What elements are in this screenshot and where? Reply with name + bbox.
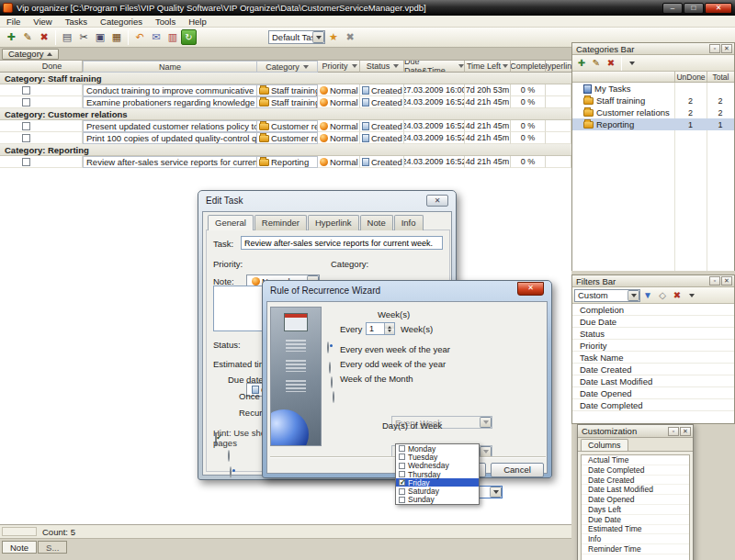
- menu-tools[interactable]: Tools: [149, 17, 182, 27]
- delete-filter-icon[interactable]: ✖: [670, 288, 684, 302]
- menu-categories[interactable]: Categories: [94, 17, 149, 27]
- close-button[interactable]: ✕: [705, 3, 732, 14]
- tab-note[interactable]: Note: [2, 541, 37, 554]
- calendar-icon[interactable]: ▥: [164, 29, 181, 46]
- cancel-button[interactable]: Cancel: [491, 463, 544, 477]
- column-header-due[interactable]: Due Date&Time: [404, 61, 465, 73]
- group-row[interactable]: Category: Staff training: [0, 73, 571, 84]
- every-n-weeks-radio[interactable]: [327, 342, 329, 353]
- paste-icon[interactable]: ▦: [108, 29, 125, 46]
- edit-category-icon[interactable]: ✎: [589, 56, 604, 70]
- day-option-monday[interactable]: Monday: [396, 444, 479, 453]
- table-row[interactable]: Present updated customer relations polic…: [0, 120, 571, 132]
- filter-item[interactable]: Due Date: [572, 316, 734, 328]
- tab-info[interactable]: Info: [394, 215, 424, 230]
- tab-reminder[interactable]: Reminder: [254, 215, 307, 230]
- filter-arrow-icon[interactable]: [303, 65, 309, 72]
- tab-hyperlink[interactable]: Hyperlink: [308, 215, 359, 230]
- day-option-saturday[interactable]: Saturday: [396, 487, 479, 495]
- filter-item[interactable]: Date Created: [572, 364, 734, 375]
- column-item[interactable]: Date Completed: [582, 465, 689, 476]
- panel-float-icon[interactable]: ▫: [709, 44, 720, 53]
- tab-partial[interactable]: S...: [38, 541, 67, 554]
- column-item[interactable]: Due Date: [582, 515, 689, 525]
- panel-close-icon[interactable]: ✕: [680, 427, 691, 436]
- filter-icon[interactable]: ▼: [640, 288, 655, 302]
- day-option-sunday[interactable]: Sunday: [396, 496, 479, 504]
- panel-close-icon[interactable]: ✕: [721, 44, 732, 53]
- combo-arrow-icon[interactable]: [312, 31, 324, 43]
- new-category-icon[interactable]: ✚: [574, 56, 589, 70]
- group-row[interactable]: Category: Customer relations: [0, 108, 571, 120]
- filter-arrow-icon[interactable]: [393, 64, 399, 71]
- tab-columns[interactable]: Columns: [581, 439, 628, 451]
- template-star-icon[interactable]: ★: [325, 29, 342, 46]
- column-header-priority[interactable]: Priority: [318, 61, 360, 73]
- erase-filter-icon[interactable]: ◇: [655, 288, 670, 302]
- column-header-complete[interactable]: Complete: [511, 61, 546, 73]
- filter-item[interactable]: Completion: [572, 304, 734, 316]
- task-input[interactable]: [241, 236, 443, 250]
- undo-icon[interactable]: ↶: [131, 29, 148, 46]
- done-checkbox[interactable]: [22, 134, 30, 142]
- filter-item[interactable]: Date Last Modified: [572, 375, 734, 387]
- done-checkbox[interactable]: [22, 86, 30, 95]
- column-item[interactable]: Date Created: [582, 476, 689, 486]
- column-header-status[interactable]: Status: [360, 61, 404, 73]
- delete-task-icon[interactable]: ✖: [36, 29, 52, 46]
- panel-float-icon[interactable]: ▫: [668, 427, 679, 436]
- day-checkbox[interactable]: [399, 479, 405, 486]
- column-header-undone[interactable]: UnDone: [674, 72, 707, 82]
- menu-view[interactable]: View: [27, 17, 58, 27]
- day-option-thursday[interactable]: Thursday: [396, 470, 479, 478]
- table-row[interactable]: Review after-sales service reports for c…: [0, 156, 571, 168]
- sync-icon[interactable]: ↻: [181, 29, 197, 45]
- category-item-customer-relations[interactable]: Customer relations 2 2: [572, 106, 734, 118]
- week-count-spinner[interactable]: 1: [366, 322, 395, 335]
- group-by-category-button[interactable]: Category: [2, 49, 59, 60]
- new-task-icon[interactable]: ✚: [3, 29, 19, 46]
- filter-arrow-icon[interactable]: [352, 64, 357, 71]
- group-row[interactable]: Category: Reporting: [0, 144, 571, 156]
- day-option-tuesday[interactable]: Tuesday: [396, 453, 479, 461]
- table-row[interactable]: Print 100 copies of updated quality-cont…: [0, 132, 571, 144]
- odd-week-radio[interactable]: [331, 376, 333, 388]
- column-item[interactable]: Estimated Time: [582, 525, 689, 535]
- column-header-done[interactable]: Done: [0, 61, 83, 73]
- column-header-total[interactable]: Total: [707, 72, 734, 82]
- column-item[interactable]: Reminder Time: [582, 544, 689, 554]
- copy-icon[interactable]: ▣: [92, 29, 108, 46]
- column-item[interactable]: Date Last Modified: [582, 485, 689, 495]
- once-radio[interactable]: [228, 450, 230, 462]
- filter-item[interactable]: Date Completed: [572, 399, 734, 411]
- edit-task-icon[interactable]: ✎: [19, 29, 36, 46]
- filters-more-icon[interactable]: [684, 288, 699, 302]
- delete-category-icon[interactable]: ✖: [604, 56, 618, 70]
- close-icon[interactable]: ✕: [426, 195, 448, 207]
- filter-preset-combo[interactable]: Custom: [574, 289, 640, 302]
- day-checkbox[interactable]: [399, 497, 405, 503]
- done-checkbox[interactable]: [22, 158, 30, 166]
- filter-item[interactable]: Status: [572, 328, 734, 340]
- day-checkbox[interactable]: [399, 488, 405, 495]
- template-delete-icon[interactable]: ✖: [342, 29, 358, 46]
- filter-item[interactable]: Date Opened: [572, 387, 734, 399]
- column-header-timeleft[interactable]: Time Left: [465, 61, 511, 73]
- category-item-staff-training[interactable]: Staff training 2 2: [572, 95, 734, 106]
- default-task-combo[interactable]: Default Tas: [268, 30, 325, 44]
- day-checkbox[interactable]: [399, 463, 405, 469]
- panel-close-icon[interactable]: ✕: [721, 276, 732, 286]
- day-checkbox[interactable]: [399, 471, 405, 477]
- column-header-hyperlink[interactable]: Hyperlink: [546, 61, 571, 73]
- week-of-month-radio[interactable]: [333, 391, 334, 403]
- even-week-radio[interactable]: [329, 362, 331, 374]
- table-row[interactable]: Conduct training to improve communicativ…: [0, 84, 571, 96]
- column-header-name[interactable]: Name: [83, 61, 257, 73]
- menu-help[interactable]: Help: [182, 17, 213, 27]
- filter-item[interactable]: Task Name: [572, 352, 734, 364]
- day-checkbox[interactable]: [399, 454, 405, 460]
- done-checkbox[interactable]: [22, 98, 30, 106]
- recurrence-radio[interactable]: [230, 466, 232, 478]
- column-item[interactable]: Info: [582, 534, 689, 544]
- filter-arrow-icon[interactable]: [458, 64, 464, 71]
